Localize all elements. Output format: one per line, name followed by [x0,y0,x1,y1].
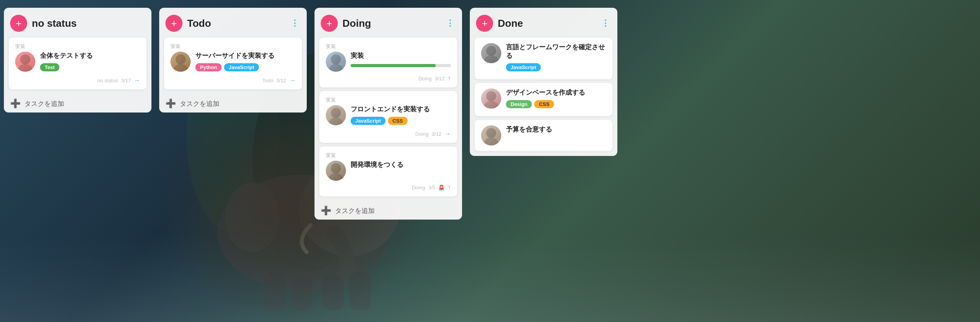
card-content-card-4: フロントエンドを実装するJavaScriptCSS [326,105,451,127]
card-content-card-5: 開発環境をつくる [326,161,451,181]
add-task-icon-todo: ➕ [165,99,176,109]
card-status-card-5: Doing [412,185,425,190]
card-tags-card-1: Test [40,63,140,71]
more-options-button-todo[interactable]: ⋮ [289,17,301,30]
card-info-card-7: デザインベースを作成するDesignCSS [506,88,606,111]
add-task-no-status[interactable]: ➕タスクを追加 [4,95,151,113]
card-title-card-5: 開発環境をつくる [351,161,451,169]
avatar-card-6 [481,43,501,63]
column-doing: +Doing⋮実装 実装Doing3/12↑実装 フロントエンドを実装するJav… [315,8,462,220]
card-card-3[interactable]: 実装 実装Doing3/12↑ [319,37,457,88]
card-content-card-2: サーバーサイドを実装するPythonJavaScript [170,52,295,74]
svg-point-12 [18,64,32,72]
svg-point-23 [486,91,496,101]
card-label-card-1: 実装 [15,43,140,50]
arrow-button-card-2[interactable]: → [289,77,295,84]
card-tags-card-4: JavaScriptCSS [351,117,451,125]
up-button-card-5[interactable]: ↑ [448,184,451,191]
column-body-doing: 実装 実装Doing3/12↑実装 フロントエンドを実装するJavaScript… [315,37,462,201]
add-task-icon-no-status: ➕ [10,99,21,109]
card-card-7[interactable]: デザインベースを作成するDesignCSS [474,83,613,116]
arrow-button-card-4[interactable]: → [445,130,451,137]
column-header-doing: +Doing⋮ [315,8,462,37]
add-task-todo[interactable]: ➕タスクを追加 [159,95,307,113]
card-date-card-5: 3/5 [428,185,435,190]
avatar-card-5 [326,161,346,181]
up-button-card-3[interactable]: ↑ [448,75,451,82]
card-date-card-1: 3/17 [121,78,131,83]
kanban-board: +no status実装 全体をテストするTestno status3/17→➕… [0,0,980,322]
column-body-done: 言語とフレームワークを確定させるJavaScript デザインベースを作成するD… [470,37,617,156]
svg-point-17 [331,108,341,118]
column-header-no-status: +no status [4,8,151,37]
card-info-card-8: 予算を合意する [506,125,606,137]
card-date-card-2: 3/12 [276,78,286,83]
add-task-doing[interactable]: ➕タスクを追加 [315,202,462,220]
card-content-card-7: デザインベースを作成するDesignCSS [481,88,606,111]
column-title-todo: Todo [187,17,284,29]
card-footer-card-3: Doing3/12↑ [326,75,451,82]
arrow-button-card-1[interactable]: → [134,77,140,84]
card-title-card-8: 予算を合意する [506,125,606,134]
column-no-status: +no status実装 全体をテストするTestno status3/17→➕… [4,8,151,113]
tag-test-card-1: Test [40,63,59,71]
column-header-done: +Done⋮ [470,8,617,37]
more-options-button-done[interactable]: ⋮ [599,17,611,30]
card-info-card-4: フロントエンドを実装するJavaScriptCSS [351,105,451,127]
card-card-6[interactable]: 言語とフレームワークを確定させるJavaScript [474,37,613,80]
card-footer-card-1: no status3/17→ [15,77,140,84]
svg-point-22 [484,55,498,63]
tag-css-card-4: CSS [388,117,408,125]
card-footer-card-4: Doing3/12→ [326,130,451,137]
card-info-card-3: 実装 [351,52,451,69]
tag-css-card-7: CSS [534,100,554,108]
card-label-card-2: 実装 [170,43,295,50]
card-title-card-7: デザインベースを作成する [506,88,606,97]
card-content-card-1: 全体をテストするTest [15,52,140,74]
tag-javascript-card-6: JavaScript [506,63,541,71]
alert-icon-card-5: 🚨 [438,185,445,190]
add-task-label-no-status: タスクを追加 [24,99,64,108]
avatar-card-8 [481,125,501,145]
card-label-card-3: 実装 [326,43,451,50]
card-card-8[interactable]: 予算を合意する [474,119,613,151]
avatar-card-1 [15,52,35,72]
card-label-card-5: 実装 [326,152,451,159]
card-card-2[interactable]: 実装 サーバーサイドを実装するPythonJavaScriptTodo3/12→ [164,37,302,90]
avatar-card-7 [481,88,501,109]
add-card-button-todo[interactable]: + [165,15,182,32]
card-info-card-6: 言語とフレームワークを確定させるJavaScript [506,43,606,74]
card-card-1[interactable]: 実装 全体をテストするTestno status3/17→ [9,37,147,90]
tag-python-card-2: Python [195,63,222,71]
more-options-button-doing[interactable]: ⋮ [444,17,456,30]
card-status-card-4: Doing [415,131,429,137]
add-card-button-doing[interactable]: + [321,15,338,32]
add-card-button-done[interactable]: + [476,15,493,32]
tag-javascript-card-2: JavaScript [224,63,259,71]
card-card-4[interactable]: 実装 フロントエンドを実装するJavaScriptCSSDoing3/12→ [319,91,457,143]
card-info-card-1: 全体をテストするTest [40,52,140,74]
svg-point-11 [20,54,30,64]
card-info-card-2: サーバーサイドを実装するPythonJavaScript [195,52,295,74]
svg-point-20 [329,173,343,181]
column-done: +Done⋮ 言語とフレームワークを確定させるJavaScript デザインベー… [470,8,617,156]
svg-point-13 [175,54,186,64]
card-card-5[interactable]: 実装 開発環境をつくるDoing3/5🚨↑ [319,146,457,197]
progress-bar-card-3 [351,64,451,67]
svg-point-16 [329,64,343,72]
add-task-icon-doing: ➕ [321,206,331,216]
card-info-card-5: 開発環境をつくる [351,161,451,172]
card-status-card-3: Doing [419,76,432,81]
card-title-card-1: 全体をテストする [40,52,140,60]
card-footer-card-5: Doing3/5🚨↑ [326,184,451,191]
column-header-todo: +Todo⋮ [159,8,307,37]
add-task-label-doing: タスクを追加 [335,206,375,215]
card-title-card-2: サーバーサイドを実装する [195,52,295,60]
card-date-card-4: 3/12 [432,131,441,137]
svg-point-21 [486,46,496,56]
card-tags-card-7: DesignCSS [506,100,606,108]
card-tags-card-6: JavaScript [506,63,606,71]
card-label-card-4: 実装 [326,97,451,104]
add-card-button-no-status[interactable]: + [10,15,27,32]
column-body-no-status: 実装 全体をテストするTestno status3/17→ [4,37,151,94]
